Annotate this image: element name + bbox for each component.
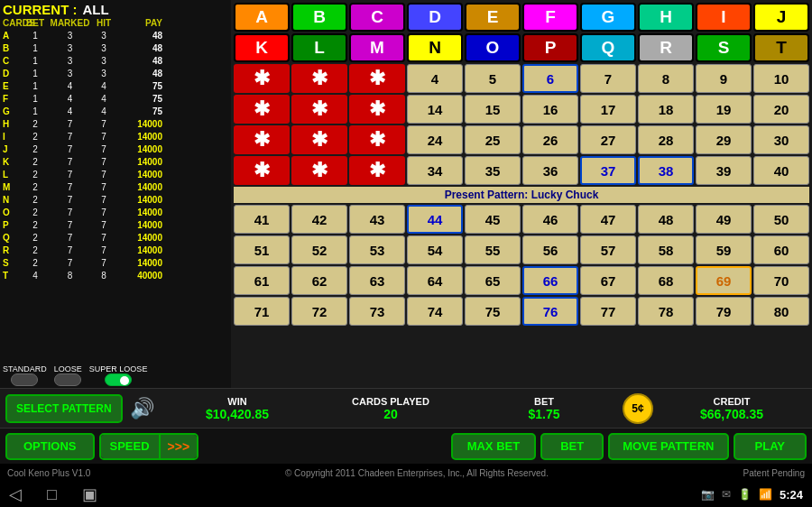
- num-cell[interactable]: 46: [522, 205, 578, 234]
- letter-cell-M[interactable]: M: [349, 33, 405, 62]
- standard-toggle[interactable]: [11, 373, 38, 386]
- num-cell[interactable]: 48: [638, 205, 694, 234]
- select-pattern-button[interactable]: SELECT PATTERN: [5, 394, 123, 423]
- speed-arrows-button[interactable]: >>>: [159, 435, 198, 458]
- letter-cell-H[interactable]: H: [638, 3, 694, 32]
- num-cell[interactable]: 4: [407, 64, 463, 93]
- num-cell[interactable]: 74: [407, 297, 463, 326]
- letter-cell-E[interactable]: E: [465, 3, 521, 32]
- max-bet-button[interactable]: MAX BET: [451, 433, 537, 460]
- num-cell[interactable]: 39: [696, 156, 752, 185]
- letter-cell-I[interactable]: I: [696, 3, 752, 32]
- num-cell[interactable]: 64: [407, 266, 463, 295]
- num-cell[interactable]: 68: [638, 266, 694, 295]
- num-cell[interactable]: ✱: [349, 95, 405, 124]
- num-cell[interactable]: 71: [234, 297, 290, 326]
- letter-cell-T[interactable]: T: [753, 33, 809, 62]
- num-cell[interactable]: ✱: [349, 64, 405, 93]
- num-cell[interactable]: 69: [696, 266, 752, 295]
- num-cell[interactable]: 8: [638, 64, 694, 93]
- num-cell[interactable]: 10: [753, 64, 809, 93]
- num-cell[interactable]: 35: [465, 156, 521, 185]
- speed-button[interactable]: SPEED: [101, 435, 159, 458]
- volume-icon[interactable]: 🔊: [130, 397, 154, 420]
- num-cell[interactable]: 52: [291, 235, 347, 264]
- num-cell[interactable]: 38: [638, 156, 694, 185]
- num-cell[interactable]: 9: [696, 64, 752, 93]
- num-cell[interactable]: ✱: [291, 156, 347, 185]
- num-cell[interactable]: 77: [580, 297, 636, 326]
- num-cell[interactable]: 40: [753, 156, 809, 185]
- letter-cell-N[interactable]: N: [407, 33, 463, 62]
- num-cell[interactable]: 42: [291, 205, 347, 234]
- num-cell[interactable]: 14: [407, 95, 463, 124]
- num-cell[interactable]: 26: [522, 125, 578, 154]
- num-cell[interactable]: 19: [696, 95, 752, 124]
- letter-cell-O[interactable]: O: [465, 33, 521, 62]
- num-cell[interactable]: 51: [234, 235, 290, 264]
- num-cell[interactable]: ✱: [234, 64, 290, 93]
- num-cell[interactable]: 17: [580, 95, 636, 124]
- num-cell[interactable]: 7: [580, 64, 636, 93]
- loose-toggle[interactable]: [54, 373, 81, 386]
- num-cell[interactable]: 43: [349, 205, 405, 234]
- num-cell[interactable]: 67: [580, 266, 636, 295]
- num-cell[interactable]: 55: [465, 235, 521, 264]
- num-cell[interactable]: 78: [638, 297, 694, 326]
- num-cell[interactable]: 63: [349, 266, 405, 295]
- letter-cell-J[interactable]: J: [753, 3, 809, 32]
- num-cell[interactable]: 59: [696, 235, 752, 264]
- num-cell[interactable]: ✱: [234, 156, 290, 185]
- num-cell[interactable]: 16: [522, 95, 578, 124]
- letter-cell-R[interactable]: R: [638, 33, 694, 62]
- num-cell[interactable]: 18: [638, 95, 694, 124]
- num-cell[interactable]: 29: [696, 125, 752, 154]
- letter-cell-A[interactable]: A: [234, 3, 290, 32]
- options-button[interactable]: OPTIONS: [5, 433, 95, 460]
- letter-cell-Q[interactable]: Q: [580, 33, 636, 62]
- num-cell[interactable]: ✱: [291, 125, 347, 154]
- num-cell[interactable]: 24: [407, 125, 463, 154]
- num-cell[interactable]: 80: [753, 297, 809, 326]
- num-cell[interactable]: 62: [291, 266, 347, 295]
- num-cell[interactable]: 36: [522, 156, 578, 185]
- num-cell[interactable]: 70: [753, 266, 809, 295]
- num-cell[interactable]: 50: [753, 205, 809, 234]
- letter-cell-L[interactable]: L: [291, 33, 347, 62]
- num-cell[interactable]: ✱: [291, 64, 347, 93]
- num-cell[interactable]: 57: [580, 235, 636, 264]
- num-cell[interactable]: 45: [465, 205, 521, 234]
- num-cell[interactable]: 58: [638, 235, 694, 264]
- letter-cell-K[interactable]: K: [234, 33, 290, 62]
- num-cell[interactable]: 28: [638, 125, 694, 154]
- num-cell[interactable]: 60: [753, 235, 809, 264]
- num-cell[interactable]: 54: [407, 235, 463, 264]
- num-cell[interactable]: 76: [522, 297, 578, 326]
- num-cell[interactable]: ✱: [291, 95, 347, 124]
- num-cell[interactable]: 20: [753, 95, 809, 124]
- num-cell[interactable]: 37: [580, 156, 636, 185]
- num-cell[interactable]: 34: [407, 156, 463, 185]
- home-icon[interactable]: □: [47, 485, 57, 504]
- letter-cell-B[interactable]: B: [291, 3, 347, 32]
- num-cell[interactable]: 73: [349, 297, 405, 326]
- letter-cell-S[interactable]: S: [696, 33, 752, 62]
- num-cell[interactable]: 47: [580, 205, 636, 234]
- num-cell[interactable]: 56: [522, 235, 578, 264]
- recents-icon[interactable]: ▣: [82, 484, 97, 504]
- num-cell[interactable]: 72: [291, 297, 347, 326]
- num-cell[interactable]: ✱: [349, 125, 405, 154]
- num-cell[interactable]: 25: [465, 125, 521, 154]
- letter-cell-P[interactable]: P: [522, 33, 578, 62]
- num-cell[interactable]: 53: [349, 235, 405, 264]
- super-loose-toggle[interactable]: [105, 373, 132, 386]
- letter-cell-G[interactable]: G: [580, 3, 636, 32]
- num-cell[interactable]: 65: [465, 266, 521, 295]
- letter-cell-C[interactable]: C: [349, 3, 405, 32]
- play-button[interactable]: PLAY: [734, 433, 807, 460]
- num-cell[interactable]: ✱: [349, 156, 405, 185]
- num-cell[interactable]: ✱: [234, 125, 290, 154]
- num-cell[interactable]: 49: [696, 205, 752, 234]
- num-cell[interactable]: 44: [407, 205, 463, 234]
- move-pattern-button[interactable]: MOVE PATTERN: [608, 433, 728, 460]
